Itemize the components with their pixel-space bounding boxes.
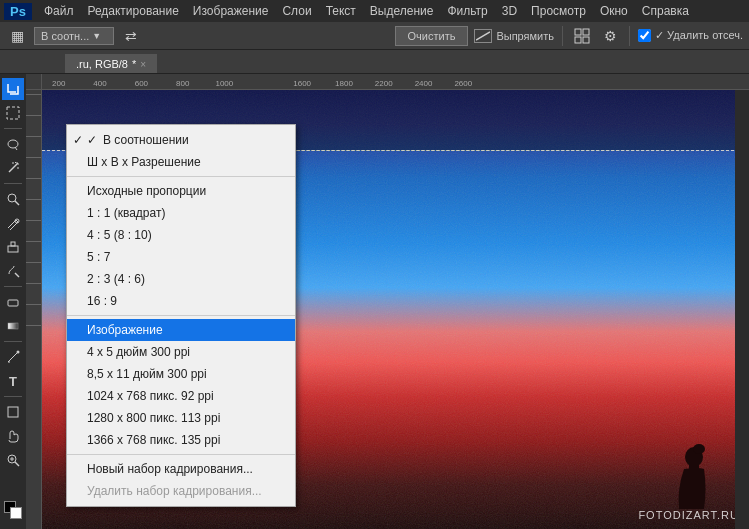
ruler-corner: [26, 74, 42, 90]
tool-brush[interactable]: [2, 212, 24, 234]
toolbar: ▦ В соотн... ▼ ⇄ Очистить Выпрямить ⚙ ✓ …: [0, 22, 749, 50]
tool-text[interactable]: T: [2, 370, 24, 392]
clear-button[interactable]: Очистить: [395, 26, 469, 46]
grid-icon[interactable]: [571, 25, 593, 47]
tool-spot-heal[interactable]: [2, 188, 24, 210]
tab-close-button[interactable]: ×: [140, 59, 146, 70]
background-color[interactable]: [10, 507, 22, 519]
dropdown-item-label: 4 : 5 (8 : 10): [87, 228, 152, 242]
main-area: T: [0, 74, 749, 529]
dropdown-item-label: 1 : 1 (квадрат): [87, 206, 165, 220]
svg-line-14: [15, 201, 19, 205]
tool-hand[interactable]: [2, 425, 24, 447]
menu-select[interactable]: Выделение: [364, 2, 440, 20]
straighten-label: Выпрямить: [496, 30, 554, 42]
dropdown-separator-3: [67, 454, 295, 455]
tool-move[interactable]: [2, 102, 24, 124]
app-logo: Ps: [4, 3, 32, 20]
dropdown-item-label: 1280 x 800 пикс. 113 ppi: [87, 411, 220, 425]
svg-rect-23: [8, 407, 18, 417]
menu-file[interactable]: Файл: [38, 2, 80, 20]
dropdown-item-4x5dpi[interactable]: 4 x 5 дюйм 300 ppi: [67, 341, 295, 363]
tool-lasso[interactable]: [2, 133, 24, 155]
color-swatches[interactable]: [4, 501, 22, 519]
checkmark-icon: ✓: [87, 133, 97, 147]
menu-view[interactable]: Просмотр: [525, 2, 592, 20]
menubar: Ps Файл Редактирование Изображение Слои …: [0, 0, 749, 22]
dropdown-item-8x11dpi[interactable]: 8,5 x 11 дюйм 300 ppi: [67, 363, 295, 385]
tool-history-brush[interactable]: [2, 260, 24, 282]
svg-point-29: [693, 444, 705, 454]
dropdown-item-label: Новый набор кадрирования...: [87, 462, 253, 476]
svg-point-13: [8, 194, 16, 202]
dropdown-item-label: 5 : 7: [87, 250, 110, 264]
chevron-down-icon: ▼: [92, 31, 101, 41]
svg-rect-17: [11, 242, 15, 246]
menu-help[interactable]: Справка: [636, 2, 695, 20]
menu-edit[interactable]: Редактирование: [81, 2, 184, 20]
dropdown-item-image[interactable]: Изображение: [67, 319, 295, 341]
menu-window[interactable]: Окно: [594, 2, 634, 20]
ruler-vertical: [26, 74, 42, 529]
document-tab[interactable]: .ru, RGB/8 * ×: [65, 54, 157, 73]
svg-line-8: [9, 164, 17, 172]
menu-text[interactable]: Текст: [320, 2, 362, 20]
dropdown-item-1366x768[interactable]: 1366 x 768 пикс. 135 ppi: [67, 429, 295, 451]
dropdown-item-2x3[interactable]: 2 : 3 (4 : 6): [67, 268, 295, 290]
tool-gradient[interactable]: [2, 315, 24, 337]
menu-3d[interactable]: 3D: [496, 2, 523, 20]
crop-tool-icon[interactable]: ▦: [6, 25, 28, 47]
tool-zoom[interactable]: [2, 449, 24, 471]
menu-filter[interactable]: Фильтр: [441, 2, 493, 20]
tool-pen[interactable]: [2, 346, 24, 368]
gear-icon[interactable]: ⚙: [599, 25, 621, 47]
tool-separator-1: [4, 128, 22, 129]
svg-line-0: [476, 32, 490, 40]
dropdown-item-delete-preset: Удалить набор кадрирования...: [67, 480, 295, 502]
dropdown-item-1x1[interactable]: 1 : 1 (квадрат): [67, 202, 295, 224]
menu-image[interactable]: Изображение: [187, 2, 275, 20]
svg-rect-30: [689, 465, 699, 473]
dropdown-item-16x9[interactable]: 16 : 9: [67, 290, 295, 312]
dropdown-item-label: 1366 x 768 пикс. 135 ppi: [87, 433, 220, 447]
dropdown-item-5x7[interactable]: 5 : 7: [67, 246, 295, 268]
svg-rect-5: [7, 107, 19, 119]
dropdown-item-1280x800[interactable]: 1280 x 800 пикс. 113 ppi: [67, 407, 295, 429]
dropdown-item-label: Ш х В х Разрешение: [87, 155, 201, 169]
dropdown-item-new-preset[interactable]: Новый набор кадрирования...: [67, 458, 295, 480]
svg-rect-4: [583, 37, 589, 43]
tool-stamp[interactable]: [2, 236, 24, 258]
watermark: FOTODIZART.RU: [638, 509, 739, 521]
svg-rect-2: [583, 29, 589, 35]
dropdown-item-label: Исходные пропорции: [87, 184, 206, 198]
dropdown-item-1024x768[interactable]: 1024 x 768 пикс. 92 ppi: [67, 385, 295, 407]
dropdown-separator-1: [67, 176, 295, 177]
tool-separator-2: [4, 183, 22, 184]
dropdown-item-wxres[interactable]: Ш х В х Разрешение: [67, 151, 295, 173]
menu-layers[interactable]: Слои: [276, 2, 317, 20]
svg-line-18: [15, 273, 19, 277]
svg-rect-16: [8, 246, 18, 252]
ratio-dropdown[interactable]: В соотн... ▼: [34, 27, 114, 45]
dropdown-item-label: 8,5 x 11 дюйм 300 ppi: [87, 367, 207, 381]
delete-checkbox[interactable]: [638, 29, 651, 42]
svg-point-6: [8, 140, 18, 148]
tabbar: .ru, RGB/8 * ×: [0, 50, 749, 74]
tool-crop[interactable]: [2, 78, 24, 100]
dropdown-item-4x5[interactable]: 4 : 5 (8 : 10): [67, 224, 295, 246]
straighten-icon[interactable]: [474, 29, 492, 43]
dropdown-item-ratio[interactable]: ✓ В соотношении: [67, 129, 295, 151]
dropdown-item-label: 16 : 9: [87, 294, 117, 308]
tool-separator-5: [4, 396, 22, 397]
swap-icon[interactable]: ⇄: [120, 25, 142, 47]
delete-label: ✓ Удалить отсеч.: [655, 29, 743, 42]
tool-magic-wand[interactable]: [2, 157, 24, 179]
dropdown-item-original[interactable]: Исходные пропорции: [67, 180, 295, 202]
dropdown-item-label: 1024 x 768 пикс. 92 ppi: [87, 389, 214, 403]
ratio-dropdown-label: В соотн...: [41, 30, 89, 42]
dropdown-item-label: В соотношении: [103, 133, 189, 147]
tool-shape[interactable]: [2, 401, 24, 423]
dropdown-item-label: 4 x 5 дюйм 300 ppi: [87, 345, 190, 359]
tool-eraser[interactable]: [2, 291, 24, 313]
svg-line-25: [15, 462, 19, 466]
